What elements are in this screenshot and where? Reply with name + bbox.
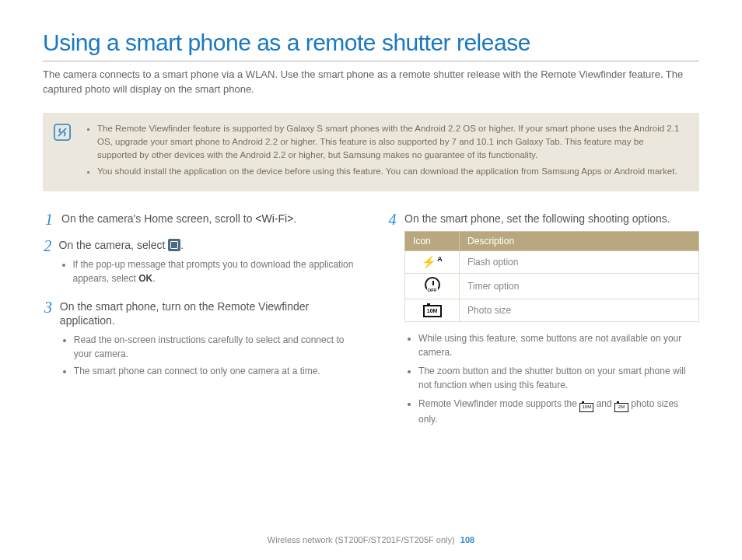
step-text: On the camera, select . If the pop-up me…	[59, 238, 356, 289]
th-desc: Description	[460, 231, 699, 250]
icon-cell: 10M	[405, 299, 460, 322]
note-box: The Remote Viewfinder feature is support…	[43, 113, 699, 191]
options-table: Icon Description ⚡A Flash option Timer o…	[404, 231, 699, 323]
icon-cell	[405, 274, 460, 299]
left-column: 1 On the camera's Home screen, scroll to…	[43, 212, 355, 443]
intro-text: The camera connects to a smart phone via…	[43, 68, 699, 97]
step-sublist: Read the on-screen instructions carefull…	[74, 333, 355, 378]
th-icon: Icon	[405, 231, 460, 250]
remote-viewfinder-icon	[168, 239, 180, 251]
text: .	[293, 212, 296, 225]
icon-cell: ⚡A	[405, 250, 460, 273]
step-text: On the smart phone, turn on the Remote V…	[60, 299, 355, 382]
step-number: 1	[43, 212, 55, 227]
table-row: ⚡A Flash option	[405, 250, 699, 273]
text: If the pop-up message that prompts you t…	[73, 259, 354, 284]
wifi-ref: <Wi-Fi>	[255, 212, 293, 225]
sub-item: Read the on-screen instructions carefull…	[74, 333, 355, 361]
title-rule	[43, 61, 699, 61]
text: and	[593, 398, 614, 409]
footer-section: Wireless network (ST200F/ST201F/ST205F o…	[268, 535, 455, 544]
step-number: 4	[387, 212, 398, 432]
right-column: 4 On the smart phone, set the following …	[387, 212, 699, 443]
text: On the smart phone, set the following sh…	[404, 212, 670, 225]
text: On the camera's Home screen, scroll to	[61, 212, 255, 225]
note-item: You should install the application on th…	[97, 165, 685, 178]
desc-cell: Flash option	[460, 250, 699, 273]
table-header-row: Icon Description	[405, 231, 699, 250]
document-page: Using a smart phone as a remote shutter …	[0, 0, 742, 560]
step-number: 3	[43, 299, 54, 382]
text: On the camera, select	[59, 239, 169, 251]
sub-item: If the pop-up message that prompts you t…	[73, 257, 356, 285]
table-row: 10M Photo size	[405, 299, 699, 322]
list-item: The zoom button and the shutter button o…	[418, 364, 699, 392]
page-number: 108	[460, 535, 474, 544]
page-footer: Wireless network (ST200F/ST201F/ST205F o…	[0, 535, 742, 544]
step-1: 1 On the camera's Home screen, scroll to…	[43, 212, 355, 227]
note-item: The Remote Viewfinder feature is support…	[97, 122, 685, 163]
step-text: On the smart phone, set the following sh…	[404, 212, 699, 432]
size-10m-icon: 10M	[579, 403, 593, 412]
desc-cell: Photo size	[460, 299, 699, 322]
step-number: 2	[43, 238, 53, 289]
text: .	[152, 273, 155, 284]
ok-label: OK	[138, 273, 152, 284]
list-item: Remote Viewfinder mode supports the 10M …	[418, 397, 699, 426]
content-columns: 1 On the camera's Home screen, scroll to…	[43, 212, 699, 443]
post-notes: While using this feature, some buttons a…	[418, 331, 699, 426]
desc-cell: Timer option	[460, 274, 699, 299]
step-3: 3 On the smart phone, turn on the Remote…	[43, 299, 355, 382]
sub-item: The smart phone can connect to only one …	[74, 364, 355, 378]
page-title: Using a smart phone as a remote shutter …	[43, 30, 699, 56]
note-icon	[54, 124, 71, 141]
step-2: 2 On the camera, select . If the pop-up …	[43, 238, 355, 289]
table-row: Timer option	[405, 274, 699, 299]
text: Remote Viewfinder mode supports the	[418, 398, 579, 409]
photo-size-icon: 10M	[423, 305, 442, 317]
timer-icon	[425, 277, 440, 292]
text: On the smart phone, turn on the Remote V…	[60, 300, 309, 327]
flash-icon: ⚡A	[422, 255, 443, 268]
step-4: 4 On the smart phone, set the following …	[387, 212, 699, 432]
size-2m-icon: 2M	[614, 403, 628, 412]
text: .	[180, 239, 184, 251]
note-list: The Remote Viewfinder feature is support…	[97, 122, 685, 182]
step-text: On the camera's Home screen, scroll to <…	[61, 212, 296, 227]
step-sublist: If the pop-up message that prompts you t…	[73, 257, 356, 285]
list-item: While using this feature, some buttons a…	[418, 331, 699, 359]
